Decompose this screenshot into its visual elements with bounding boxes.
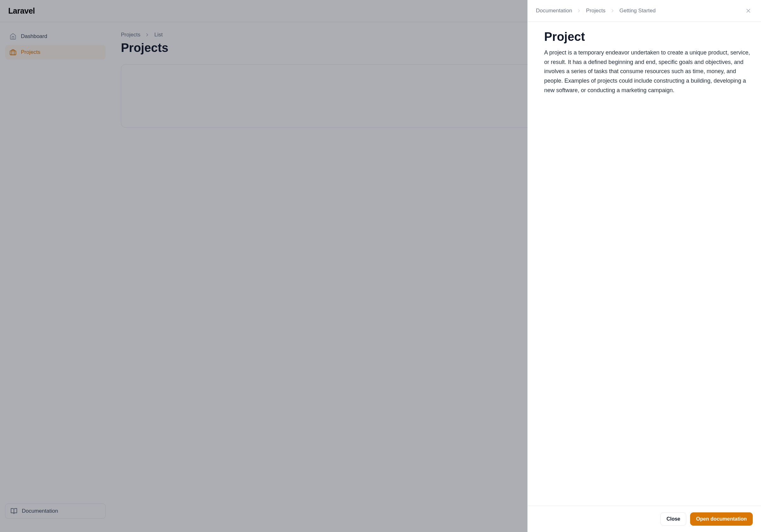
panel-body: Project A project is a temporary endeavo… [528, 22, 761, 506]
close-panel-button[interactable]: Close [660, 512, 686, 526]
panel-header: Documentation Projects Getting Started [528, 0, 761, 22]
breadcrumb-item[interactable]: Documentation [536, 8, 572, 14]
close-button[interactable] [744, 6, 753, 15]
breadcrumb-item[interactable]: Projects [586, 8, 605, 14]
chevron-right-icon [610, 8, 615, 13]
breadcrumb-item: Getting Started [619, 8, 656, 14]
panel-footer: Close Open documentation [528, 506, 761, 532]
panel-breadcrumb: Documentation Projects Getting Started [536, 8, 656, 14]
open-documentation-button[interactable]: Open documentation [690, 512, 753, 526]
close-icon [745, 8, 751, 14]
chevron-right-icon [576, 8, 581, 13]
panel-title: Project [544, 30, 753, 44]
documentation-panel: Documentation Projects Getting Started P… [527, 0, 761, 532]
panel-text: A project is a temporary endeavor undert… [544, 48, 753, 95]
